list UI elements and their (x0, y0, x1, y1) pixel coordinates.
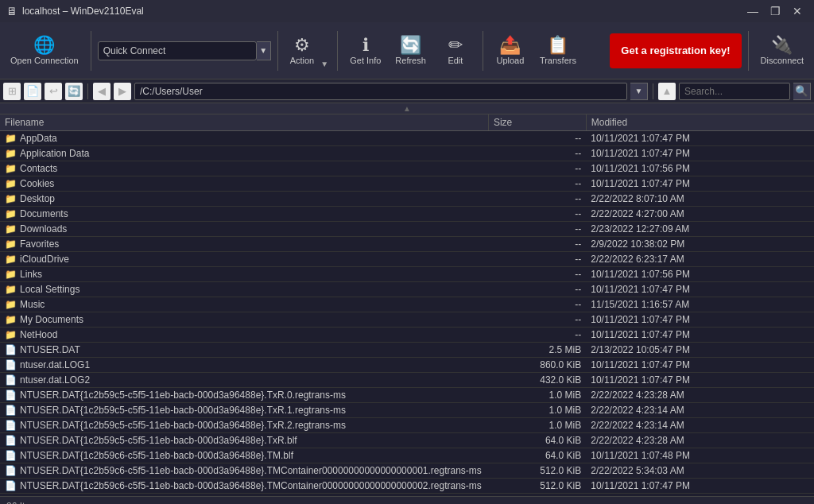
cell-modified: 2/22/2022 8:07:10 AM (586, 192, 814, 207)
transfers-button[interactable]: 📋 Transfers (534, 27, 582, 75)
cell-size: -- (488, 297, 586, 312)
col-header-filename[interactable]: Filename (0, 114, 488, 131)
table-row[interactable]: 📄NTUSER.DAT{1c2b59c6-c5f5-11eb-bacb-000d… (0, 463, 814, 479)
edit-button[interactable]: ✏ Edit (435, 27, 476, 75)
addr-icon-btn-2[interactable]: 📄 (24, 83, 41, 100)
addressbar: ⊞ 📄 ↩ 🔄 ◀ ▶ ▼ ▲ 🔍 (0, 79, 814, 103)
refresh-label: Refresh (395, 56, 426, 65)
table-row[interactable]: 📄NTUSER.DAT{1c2b59c6-c5f5-11eb-bacb-000d… (0, 448, 814, 463)
cell-modified: 10/11/2021 1:07:56 PM (586, 161, 814, 176)
cell-name: 📁NetHood (0, 328, 488, 343)
refresh-icon: 🔄 (400, 37, 421, 54)
table-row[interactable]: 📄NTUSER.DAT{1c2b59c5-c5f5-11eb-bacb-000d… (0, 388, 814, 403)
cell-modified: 10/11/2021 1:07:48 PM (586, 448, 814, 463)
path-input[interactable] (134, 83, 627, 100)
sort-button[interactable]: ▲ (658, 83, 676, 100)
quick-connect-row: Quick Connect ▼ (98, 41, 271, 60)
cell-modified: 2/9/2022 10:38:02 PM (586, 237, 814, 252)
cell-name: 📁My Documents (0, 312, 488, 328)
open-connection-button[interactable]: 🌐 Open Connection (5, 27, 84, 75)
table-row[interactable]: 📄NTUSER.DAT2.5 MiB2/13/2022 10:05:47 PM (0, 343, 814, 358)
disconnect-label: Disconnect (761, 56, 804, 65)
cell-modified: 10/11/2021 1:07:47 PM (586, 282, 814, 297)
cell-modified: 10/11/2021 1:07:47 PM (586, 312, 814, 328)
path-dropdown-btn[interactable]: ▼ (630, 83, 648, 100)
cell-modified: 10/11/2021 1:07:47 PM (586, 176, 814, 192)
addr-nav-right[interactable]: ▶ (114, 83, 131, 100)
table-row[interactable]: 📄NTUSER.DAT{1c2b59c5-c5f5-11eb-bacb-000d… (0, 403, 814, 418)
cell-modified: 2/22/2022 5:34:03 AM (586, 463, 814, 479)
open-connection-icon: 🌐 (33, 37, 55, 54)
quick-connect-select[interactable]: Quick Connect (98, 41, 257, 60)
close-button[interactable]: ✕ (787, 3, 808, 19)
status-text: 36 Items (6, 501, 43, 505)
table-row[interactable]: 📁Favorites--2/9/2022 10:38:02 PM (0, 237, 814, 252)
reg-key-button[interactable]: Get a registration key! (610, 33, 741, 68)
cell-name: 📄ntuser.dat.LOG2 (0, 373, 488, 388)
table-row[interactable]: 📁Music--11/15/2021 1:16:57 AM (0, 297, 814, 312)
app-icon: 🖥 (6, 5, 17, 17)
cell-name: 📄NTUSER.DAT{1c2b59c5-c5f5-11eb-bacb-000d… (0, 388, 488, 403)
get-info-label: Get Info (350, 56, 381, 65)
toolbar-separator-1 (91, 31, 91, 71)
table-row[interactable]: 📁Downloads--2/23/2022 12:27:09 AM (0, 222, 814, 237)
table-row[interactable]: 📄ntuser.dat.LOG1860.0 KiB10/11/2021 1:07… (0, 358, 814, 373)
table-row[interactable]: 📁Application Data--10/11/2021 1:07:47 PM (0, 146, 814, 161)
cell-size: 64.0 KiB (488, 433, 586, 448)
minimize-button[interactable]: — (742, 3, 763, 19)
table-row[interactable]: 📁AppData--10/11/2021 1:07:47 PM (0, 131, 814, 146)
addr-icon-btn-refresh[interactable]: 🔄 (65, 83, 83, 100)
table-row[interactable]: 📄NTUSER.DAT{1c2b59c5-c5f5-11eb-bacb-000d… (0, 433, 814, 448)
cell-name: 📄NTUSER.DAT (0, 343, 488, 358)
addr-icon-btn-back[interactable]: ↩ (45, 83, 62, 100)
cell-size: 860.0 KiB (488, 358, 586, 373)
table-row[interactable]: 📁My Documents--10/11/2021 1:07:47 PM (0, 312, 814, 328)
cell-size: 512.0 KiB (488, 479, 586, 494)
table-row[interactable]: 📄NTUSER.DAT{1c2b59c6-c5f5-11eb-bacb-000d… (0, 479, 814, 494)
addr-icon-btn-1[interactable]: ⊞ (3, 83, 21, 100)
cell-name: 📁Application Data (0, 146, 488, 161)
table-row[interactable]: 📁Documents--2/22/2022 4:27:00 AM (0, 207, 814, 222)
upload-label: Upload (496, 56, 524, 65)
edit-label: Edit (448, 56, 463, 65)
cell-name: 📁iCloudDrive (0, 252, 488, 267)
cell-name: 📁Links (0, 267, 488, 282)
table-row[interactable]: 📄ntuser.dat.LOG2432.0 KiB10/11/2021 1:07… (0, 373, 814, 388)
search-input[interactable] (679, 83, 790, 100)
search-button[interactable]: 🔍 (793, 83, 811, 100)
statusbar: 36 Items (0, 496, 814, 504)
action-main: ⚙ Action (285, 33, 320, 68)
toolbar-separator-5 (748, 31, 749, 71)
col-header-modified[interactable]: Modified (586, 114, 814, 131)
table-row[interactable]: 📁Local Settings--10/11/2021 1:07:47 PM (0, 282, 814, 297)
table-row[interactable]: 📁Links--10/11/2021 1:07:56 PM (0, 267, 814, 282)
titlebar-controls: — ❐ ✕ (742, 3, 808, 19)
table-row[interactable]: 📁Contacts--10/11/2021 1:07:56 PM (0, 161, 814, 176)
quick-connect-dropdown-btn[interactable]: ▼ (257, 41, 271, 60)
cell-modified: 2/13/2022 10:05:47 PM (586, 343, 814, 358)
cell-name: 📄NTUSER.DAT{1c2b59c5-c5f5-11eb-bacb-000d… (0, 433, 488, 448)
cell-name: 📄NTUSER.DAT{1c2b59c6-c5f5-11eb-bacb-000d… (0, 479, 488, 494)
table-row[interactable]: 📁Desktop--2/22/2022 8:07:10 AM (0, 192, 814, 207)
col-header-size[interactable]: Size (488, 114, 586, 131)
table-row[interactable]: 📁NetHood--10/11/2021 1:07:47 PM (0, 328, 814, 343)
maximize-button[interactable]: ❐ (765, 3, 785, 19)
table-row[interactable]: 📁Cookies--10/11/2021 1:07:47 PM (0, 176, 814, 192)
get-info-button[interactable]: ℹ Get Info (344, 27, 386, 75)
cell-size: -- (488, 252, 586, 267)
filelist-container[interactable]: Filename Size Modified 📁AppData--10/11/2… (0, 114, 814, 496)
cell-modified: 10/11/2021 1:07:47 PM (586, 328, 814, 343)
cell-name: 📁Music (0, 297, 488, 312)
addr-nav-left[interactable]: ◀ (93, 83, 110, 100)
upload-button[interactable]: 📤 Upload (490, 27, 531, 75)
cell-name: 📄ntuser.dat.LOG1 (0, 358, 488, 373)
disconnect-button[interactable]: 🔌 Disconnect (755, 27, 809, 75)
action-button[interactable]: ⚙ Action ▼ (285, 27, 331, 75)
cell-size: -- (488, 237, 586, 252)
refresh-button[interactable]: 🔄 Refresh (390, 27, 432, 75)
table-row[interactable]: 📁iCloudDrive--2/22/2022 6:23:17 AM (0, 252, 814, 267)
cell-size: 1.0 MiB (488, 388, 586, 403)
table-row[interactable]: 📄NTUSER.DAT{1c2b59c5-c5f5-11eb-bacb-000d… (0, 418, 814, 433)
cell-name: 📄NTUSER.DAT{1c2b59c6-c5f5-11eb-bacb-000d… (0, 463, 488, 479)
cell-name: 📄NTUSER.DAT{1c2b59c5-c5f5-11eb-bacb-000d… (0, 418, 488, 433)
